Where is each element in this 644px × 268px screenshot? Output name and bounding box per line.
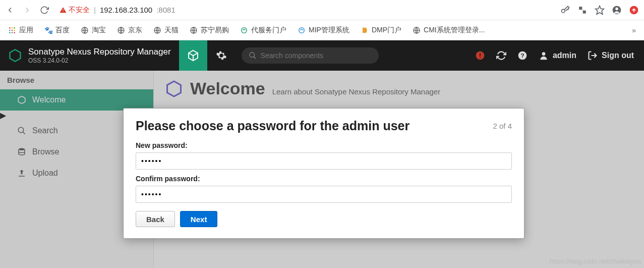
setup-wizard-modal: Please choose a password for the admin u… (123, 108, 524, 239)
separator: | (94, 6, 96, 14)
signout-icon (588, 50, 598, 61)
nexus-logo-area: Sonatype Nexus Repository Manager OSS 3.… (0, 40, 179, 71)
svg-marker-21 (10, 49, 21, 61)
nexus-app: Sonatype Nexus Repository Manager OSS 3.… (0, 40, 644, 268)
svg-point-5 (9, 27, 11, 29)
refresh-icon[interactable] (496, 50, 506, 61)
confirm-password-input[interactable] (136, 186, 512, 203)
bookmark-item[interactable]: DMP门户 (361, 26, 401, 35)
bookmark-item[interactable]: MIP管理系统 (298, 26, 349, 35)
browser-right-icons (560, 5, 639, 15)
svg-point-11 (9, 32, 11, 33)
svg-rect-25 (480, 53, 481, 57)
apps-icon (8, 26, 16, 34)
svg-point-7 (14, 27, 15, 29)
translate-icon[interactable] (577, 5, 588, 15)
bookmark-item[interactable]: 代服务门户 (240, 26, 286, 35)
star-icon[interactable] (595, 5, 605, 15)
url-host: 192.168.23.100 (100, 6, 152, 14)
signout-button[interactable]: Sign out (588, 50, 634, 61)
svg-point-10 (14, 29, 15, 31)
key-icon[interactable] (560, 5, 570, 15)
svg-point-19 (299, 27, 305, 33)
address-field[interactable]: 不安全 | 192.168.23.100:8081 (56, 6, 553, 15)
extension-icon[interactable] (629, 5, 639, 15)
swirl-icon (240, 26, 248, 34)
svg-point-0 (562, 9, 565, 13)
svg-point-18 (242, 27, 247, 33)
user-name: admin (553, 51, 576, 60)
bookmark-item[interactable]: CMI系统管理登录... (413, 26, 485, 35)
modal-step-indicator: 2 of 4 (493, 122, 512, 130)
apps-label: 应用 (19, 26, 33, 35)
url-port: :8081 (156, 6, 175, 14)
user-icon (539, 50, 549, 61)
svg-point-23 (250, 52, 254, 57)
svg-text:?: ? (520, 52, 524, 59)
help-icon[interactable]: ? (517, 50, 528, 61)
svg-point-29 (542, 52, 546, 56)
bookmark-item[interactable]: 淘宝 (81, 26, 106, 35)
bookmark-item[interactable]: 🐾百度 (44, 26, 70, 35)
overflow-icon[interactable]: » (632, 26, 636, 34)
nexus-header: Sonatype Nexus Repository Manager OSS 3.… (0, 40, 644, 71)
admin-mode-button[interactable] (207, 50, 236, 61)
svg-marker-1 (596, 6, 604, 14)
svg-point-3 (615, 7, 618, 10)
next-button[interactable]: Next (180, 211, 218, 227)
svg-point-9 (12, 29, 13, 31)
forward-icon[interactable] (22, 5, 32, 15)
insecure-label: 不安全 (69, 6, 90, 15)
nexus-body: Browse Welcome ▶ Search Browse Upload (0, 71, 644, 268)
gear-icon (216, 50, 227, 61)
bookmark-item[interactable]: 京东 (117, 26, 142, 35)
profile-icon[interactable] (612, 5, 622, 15)
confirm-password-label: Confirm password: (136, 175, 512, 183)
dmp-icon (361, 26, 369, 34)
svg-point-13 (14, 32, 15, 33)
nexus-header-mid (179, 40, 379, 71)
bookmark-item[interactable]: 天猫 (153, 26, 179, 35)
browse-mode-button[interactable] (179, 40, 207, 71)
swirl-icon (298, 26, 306, 34)
globe-icon (81, 26, 89, 34)
svg-point-6 (12, 27, 13, 29)
svg-point-12 (12, 32, 13, 33)
globe-icon (190, 26, 198, 34)
nexus-title: Sonatype Nexus Repository Manager (28, 47, 171, 57)
back-icon[interactable] (5, 5, 15, 15)
search-input[interactable] (261, 51, 372, 60)
globe-icon (117, 26, 125, 34)
new-password-input[interactable] (136, 152, 512, 170)
nexus-logo-icon (8, 48, 22, 63)
reload-icon[interactable] (39, 5, 49, 15)
back-button[interactable]: Back (136, 211, 175, 227)
apps-button[interactable]: 应用 (8, 26, 33, 35)
modal-title: Please choose a password for the admin u… (136, 119, 409, 133)
watermark: https://blog.csdn.net/zhaikaiyun (550, 257, 641, 265)
paw-icon: 🐾 (44, 26, 52, 34)
browser-address-bar: 不安全 | 192.168.23.100:8081 (0, 0, 644, 20)
cube-icon (187, 49, 199, 62)
new-password-label: New password: (136, 141, 512, 149)
nexus-version: OSS 3.24.0-02 (28, 57, 171, 64)
insecure-warning: 不安全 (60, 6, 90, 15)
bookmark-item[interactable]: 苏宁易购 (190, 26, 229, 35)
bookmark-bar: 应用 🐾百度 淘宝 京东 天猫 苏宁易购 代服务门户 MIP管理系统 DMP门户… (0, 20, 644, 40)
search-icon (249, 51, 257, 60)
svg-point-8 (9, 29, 11, 31)
globe-icon (413, 26, 421, 34)
user-menu[interactable]: admin (539, 50, 576, 61)
alert-icon[interactable] (475, 50, 485, 61)
signout-label: Sign out (602, 51, 634, 60)
nexus-header-right: ? admin Sign out (465, 40, 644, 71)
search-box[interactable] (242, 47, 379, 64)
globe-icon (153, 26, 161, 34)
svg-rect-26 (480, 57, 481, 58)
